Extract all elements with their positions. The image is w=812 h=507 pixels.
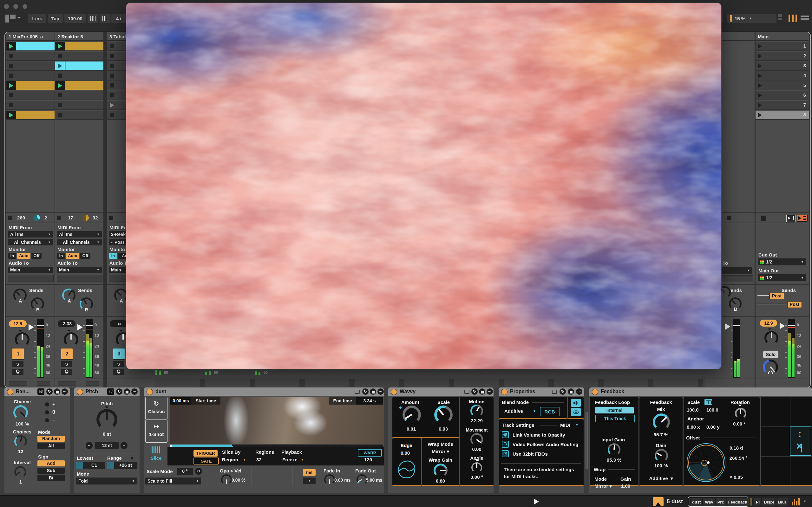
time-signature-field[interactable]: 4 / [111,14,126,23]
minimize-window-icon[interactable] [13,4,18,9]
clip-slot[interactable] [55,101,103,110]
main-pan-knob[interactable] [764,331,778,345]
amount-knob[interactable] [402,405,421,424]
scale-knob[interactable] [434,405,453,424]
pitch-mode-select[interactable]: Fold [76,477,137,485]
mix-knob[interactable] [653,413,670,431]
chain-device-label[interactable]: dust [690,498,703,506]
chain-device-label[interactable]: Pi [754,498,762,506]
send-a-post-button[interactable]: Post [769,293,784,299]
save-preset-icon[interactable] [479,388,485,395]
scrub-bar[interactable] [170,445,383,447]
device-collapse-button[interactable] [653,497,663,506]
cue-out-select[interactable]: 1/2 [758,259,806,265]
more-options-icon[interactable]: ··· [61,388,68,395]
fade-in-value[interactable]: 0.00 ms [334,477,350,483]
tab-slice[interactable]: Slice [145,445,167,463]
clip-slot[interactable] [6,61,55,71]
warp-button[interactable]: WARP [358,449,382,457]
track-activator[interactable]: 3 [113,348,125,359]
motion-value[interactable]: 22.29 [460,418,494,423]
volume-value[interactable]: -3.38 [58,320,75,327]
blend-value[interactable]: Additive ▾ [640,475,683,481]
output-meter-icon[interactable] [792,498,801,505]
pitch-mode-icon[interactable]: ♭♯ [107,388,114,395]
device-title[interactable]: Wavvy [388,388,494,396]
offset-dial[interactable] [687,443,725,482]
increment-icon[interactable]: + [120,442,127,449]
mode-random-button[interactable]: Random [38,436,65,442]
main-volume-value[interactable]: 12.9 [760,320,777,327]
pitch-knob[interactable] [96,409,117,430]
clip-stop-button[interactable] [8,216,12,220]
end-time-value[interactable]: 3.34 s [356,397,383,405]
chance-knob[interactable] [13,405,28,420]
rotation-value[interactable]: 0.00 ° [733,421,745,427]
play-arrangement-icon[interactable] [797,215,808,222]
sign-option[interactable]: 0 [45,409,55,415]
groove-menu-icon[interactable] [100,14,110,23]
gain-knob[interactable] [655,449,668,462]
decrement-icon[interactable]: − [86,442,93,449]
opa-vel-value[interactable]: 0.00 % [231,477,246,483]
angle-value[interactable]: 0.00 ° [460,474,494,480]
audio-enable-button[interactable] [571,399,581,407]
opa-vel-knob[interactable] [221,474,232,485]
more-options-icon[interactable]: ··· [487,388,493,395]
clip-slot[interactable] [6,52,55,61]
wrap-gain-knob[interactable] [434,463,447,477]
clip-stop-button[interactable] [109,216,113,220]
solo-button[interactable]: S [12,361,23,367]
device-on-toggle[interactable] [592,389,598,395]
save-preset-icon[interactable] [370,388,376,395]
fade-in-knob[interactable] [324,474,335,485]
menu-icon[interactable] [801,15,809,17]
settings-option[interactable]: Video Follows Audio Routing [502,441,578,448]
gain-value[interactable]: 100 % [640,463,683,468]
scale-y-value[interactable]: 100.0 [706,407,718,412]
scene-row[interactable]: 6 [756,91,809,100]
offset-angle[interactable]: 260.54 ° [729,455,747,461]
midi-input-select[interactable]: All Ins [8,231,53,237]
pan-knob[interactable] [15,332,30,347]
cue-button[interactable] [113,369,124,375]
clip-slot[interactable] [6,91,55,100]
device-frame-icon[interactable] [551,388,558,395]
link-button[interactable]: Link [28,14,46,23]
chain-device-label[interactable]: Prc [716,498,726,506]
angle-knob[interactable] [471,462,482,473]
device-on-toggle[interactable] [391,389,397,395]
device-on-toggle[interactable] [7,389,13,395]
audio-out-select[interactable]: Main [57,267,102,273]
device-on-toggle[interactable] [77,389,83,395]
sign-add-button[interactable]: Add [38,460,65,466]
trigger-button[interactable]: TRIGGER [194,450,218,457]
fade-out-value[interactable]: 5.00 ms [366,477,382,483]
video-enable-button[interactable] [571,408,581,416]
hot-swap-icon[interactable]: ↻ [362,388,369,395]
panel-resize-gutter[interactable] [586,412,587,469]
gate-button[interactable]: GATE [194,457,219,464]
offset-distance[interactable]: 0.18 d [729,445,743,451]
clip-slot[interactable] [6,42,55,51]
midi-channel-select[interactable]: All Channels [8,239,53,245]
stop-all-clips-button[interactable] [761,216,766,221]
monitor-in-button[interactable]: In [8,253,16,259]
scene-row[interactable]: 3 [756,61,809,71]
tempo-field[interactable]: 109.00 [64,14,86,23]
hot-swap-icon[interactable]: ↻ [559,388,566,395]
back-to-arrangement-icon[interactable] [786,215,796,222]
anchor-y-value[interactable]: 0.00 y [706,424,720,430]
track-type-value[interactable]: MIDI [560,422,570,428]
monitor-auto-button[interactable]: Auto [66,253,79,259]
volume-value[interactable]: -∞ [110,320,127,327]
monitor-in-button[interactable]: In [109,253,117,259]
more-options-icon[interactable]: ··· [377,388,384,395]
scene-row[interactable]: 1 [756,42,809,51]
solo-button[interactable]: S [113,361,124,367]
device-on-toggle[interactable] [147,389,153,395]
device-frame-icon[interactable] [354,388,360,395]
edge-shape-icon[interactable] [397,460,417,480]
scale-x-value[interactable]: 100.0 [687,407,699,412]
scale-mode-field[interactable]: 0 ° [177,468,193,475]
